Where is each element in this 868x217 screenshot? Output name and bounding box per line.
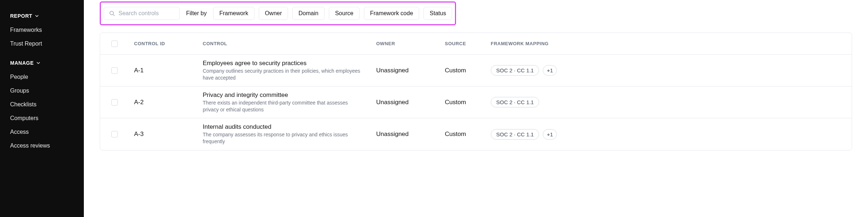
row-checkbox[interactable] bbox=[111, 131, 118, 137]
th-control: CONTROL bbox=[198, 41, 371, 46]
search-icon bbox=[109, 10, 115, 16]
th-mapping: FRAMEWORK MAPPING bbox=[486, 41, 852, 46]
sidebar-section-label: REPORT bbox=[10, 13, 32, 19]
mapping-pill: SOC 2 · CC 1.1 bbox=[491, 97, 539, 107]
svg-point-0 bbox=[110, 11, 113, 15]
table-row[interactable]: A-3 Internal audits conducted The compan… bbox=[100, 118, 852, 150]
filter-by-label: Filter by bbox=[184, 10, 209, 17]
table-row[interactable]: A-2 Privacy and integrity committee Ther… bbox=[100, 86, 852, 118]
filter-bar: Filter by Framework Owner Domain Source … bbox=[100, 1, 456, 25]
control-title: Employees agree to security practices bbox=[203, 60, 366, 67]
table-row[interactable]: A-1 Employees agree to security practice… bbox=[100, 55, 852, 86]
search-input[interactable] bbox=[119, 10, 191, 17]
svg-line-1 bbox=[113, 14, 115, 16]
cell-source: Custom bbox=[440, 131, 486, 138]
sidebar: REPORT Frameworks Trust Report MANAGE Pe… bbox=[0, 0, 84, 217]
mapping-pill: SOC 2 · CC 1.1 bbox=[491, 129, 539, 140]
filter-owner[interactable]: Owner bbox=[259, 7, 288, 20]
sidebar-section-manage[interactable]: MANAGE bbox=[0, 56, 84, 70]
select-all-checkbox[interactable] bbox=[111, 41, 118, 47]
main-content: Filter by Framework Owner Domain Source … bbox=[84, 0, 868, 217]
sidebar-item-access-reviews[interactable]: Access reviews bbox=[0, 139, 84, 153]
filter-source[interactable]: Source bbox=[329, 7, 360, 20]
caret-down-icon bbox=[35, 15, 39, 17]
caret-down-icon bbox=[36, 62, 40, 64]
sidebar-item-people[interactable]: People bbox=[0, 70, 84, 84]
sidebar-item-trust-report[interactable]: Trust Report bbox=[0, 37, 84, 51]
cell-owner: Unassigned bbox=[371, 99, 440, 106]
search-box[interactable] bbox=[104, 7, 180, 20]
row-checkbox[interactable] bbox=[111, 99, 118, 106]
th-control-id: CONTROL ID bbox=[129, 41, 198, 46]
cell-control-id: A-2 bbox=[129, 99, 198, 106]
filter-domain[interactable]: Domain bbox=[292, 7, 325, 20]
control-desc: There exists an independent third-party … bbox=[203, 99, 362, 113]
sidebar-item-frameworks[interactable]: Frameworks bbox=[0, 23, 84, 37]
cell-control-id: A-3 bbox=[129, 131, 198, 138]
control-desc: Company outlines security practices in t… bbox=[203, 68, 362, 81]
cell-owner: Unassigned bbox=[371, 131, 440, 138]
sidebar-item-checklists[interactable]: Checklists bbox=[0, 98, 84, 111]
control-title: Internal audits conducted bbox=[203, 123, 366, 131]
sidebar-section-label: MANAGE bbox=[10, 60, 34, 66]
control-desc: The company assesses its response to pri… bbox=[203, 131, 362, 145]
filter-framework-code[interactable]: Framework code bbox=[364, 7, 419, 20]
filter-framework[interactable]: Framework bbox=[213, 7, 254, 20]
cell-source: Custom bbox=[440, 67, 486, 74]
mapping-extra-pill: +1 bbox=[543, 129, 557, 140]
th-owner: OWNER bbox=[371, 41, 440, 46]
control-title: Privacy and integrity committee bbox=[203, 92, 366, 99]
cell-owner: Unassigned bbox=[371, 67, 440, 74]
filter-status[interactable]: Status bbox=[424, 7, 452, 20]
sidebar-item-groups[interactable]: Groups bbox=[0, 84, 84, 98]
sidebar-section-report[interactable]: REPORT bbox=[0, 9, 84, 23]
sidebar-item-computers[interactable]: Computers bbox=[0, 111, 84, 125]
controls-table: CONTROL ID CONTROL OWNER SOURCE FRAMEWOR… bbox=[100, 33, 852, 150]
cell-control-id: A-1 bbox=[129, 67, 198, 74]
mapping-pill: SOC 2 · CC 1.1 bbox=[491, 65, 539, 76]
row-checkbox[interactable] bbox=[111, 67, 118, 74]
sidebar-item-access[interactable]: Access bbox=[0, 125, 84, 139]
cell-source: Custom bbox=[440, 99, 486, 106]
app-root: REPORT Frameworks Trust Report MANAGE Pe… bbox=[0, 0, 868, 217]
table-header-row: CONTROL ID CONTROL OWNER SOURCE FRAMEWOR… bbox=[100, 33, 852, 55]
mapping-extra-pill: +1 bbox=[543, 65, 557, 76]
th-source: SOURCE bbox=[440, 41, 486, 46]
